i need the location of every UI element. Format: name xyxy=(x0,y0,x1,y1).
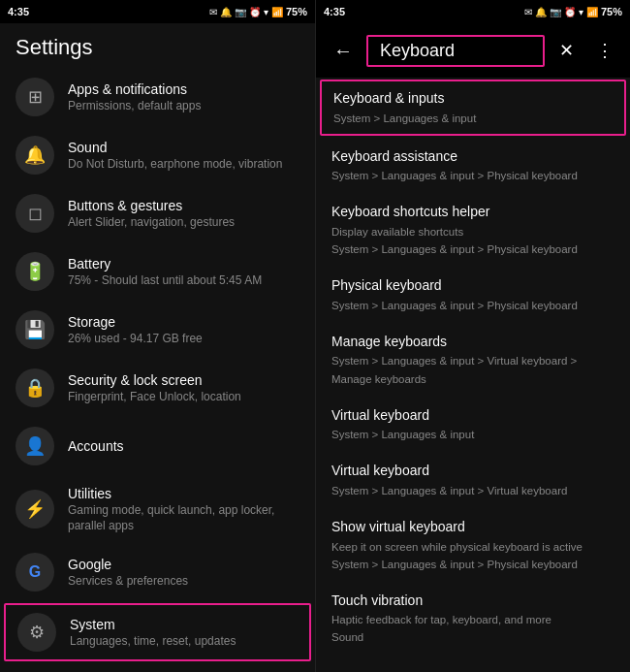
utilities-title: Utilities xyxy=(68,485,299,502)
buttons-title: Buttons & gestures xyxy=(68,197,299,214)
accounts-title: Accounts xyxy=(68,437,299,455)
manage-keyboards-subtitle1: System > Languages & input > Virtual key… xyxy=(331,353,614,368)
keyboard-inputs-title: Keyboard & inputs xyxy=(333,89,613,109)
manage-keyboards-title: Manage keyboards xyxy=(331,333,614,352)
system-icon: ⚙ xyxy=(17,613,56,652)
show-virtual-keyboard-title: Show virtual keyboard xyxy=(331,518,614,537)
touch-vibration-title: Touch vibration xyxy=(331,592,614,611)
virtual-keyboard-1-item[interactable]: Virtual keyboard System > Languages & in… xyxy=(316,397,630,453)
right-alarm-icon: ⏰ xyxy=(564,7,576,17)
battery-icon: 🔋 xyxy=(16,252,54,291)
virtual-keyboard-1-subtitle: System > Languages & input xyxy=(331,427,614,442)
apps-title: Apps & notifications xyxy=(68,80,299,98)
left-battery: 75% xyxy=(286,6,307,17)
apps-subtitle: Permissions, default apps xyxy=(68,99,299,114)
touch-vibration-item[interactable]: Touch vibration Haptic feedback for tap,… xyxy=(316,582,630,656)
utilities-icon: ⚡ xyxy=(16,490,54,528)
show-virtual-keyboard-item[interactable]: Show virtual keyboard Keep it on screen … xyxy=(316,508,630,582)
google-subtitle: Services & preferences xyxy=(68,574,299,590)
battery-subtitle: 75% - Should last until about 5:45 AM xyxy=(68,273,299,289)
settings-item-battery[interactable]: 🔋 Battery 75% - Should last until about … xyxy=(0,242,315,301)
right-status-time: 4:35 xyxy=(324,6,345,17)
system-subtitle: Languages, time, reset, updates xyxy=(70,634,298,650)
keyboard-header-title: Keyboard xyxy=(380,41,455,60)
settings-item-security[interactable]: 🔒 Security & lock screen Fingerprint, Fa… xyxy=(0,359,315,417)
keyboard-shortcuts-title: Keyboard shortcuts helper xyxy=(331,203,614,222)
system-title: System xyxy=(70,616,298,633)
sound-icon: 🔔 xyxy=(16,136,54,175)
wifi-icon: ▾ xyxy=(264,7,268,17)
right-notification-icons: ✉ 🔔 📷 xyxy=(524,7,561,17)
right-wifi-icon: ▾ xyxy=(579,7,583,17)
physical-keyboard-item[interactable]: Physical keyboard System > Languages & i… xyxy=(316,267,630,323)
keyboard-assistance-subtitle: System > Languages & input > Physical ke… xyxy=(331,168,614,183)
settings-item-google[interactable]: G Google Services & preferences xyxy=(0,543,315,601)
accounts-icon: 👤 xyxy=(16,427,54,465)
settings-item-utilities[interactable]: ⚡ Utilities Gaming mode, quick launch, a… xyxy=(0,475,315,543)
battery-text: Battery 75% - Should last until about 5:… xyxy=(68,255,299,289)
security-subtitle: Fingerprint, Face Unlock, location xyxy=(68,390,299,405)
notification-icons: ✉ 🔔 📷 xyxy=(209,7,246,17)
sound-subtitle: Do Not Disturb, earphone mode, vibration xyxy=(68,157,299,173)
keyboard-shortcuts-subtitle1: Display available shortcuts xyxy=(331,224,614,240)
left-panel: 4:35 ✉ 🔔 📷 ⏰ ▾ 📶 75% Settings ⊞ Apps & n… xyxy=(0,0,315,672)
keyboard-list: Keyboard & inputs System > Languages & i… xyxy=(316,78,630,672)
manage-keyboards-item[interactable]: Manage keyboards System > Languages & in… xyxy=(316,323,630,397)
settings-item-sound[interactable]: 🔔 Sound Do Not Disturb, earphone mode, v… xyxy=(0,126,315,184)
settings-item-system[interactable]: ⚙ System Languages, time, reset, updates xyxy=(4,603,311,661)
keyboard-inputs-item[interactable]: Keyboard & inputs System > Languages & i… xyxy=(320,80,626,136)
sound-text: Sound Do Not Disturb, earphone mode, vib… xyxy=(68,139,299,173)
settings-item-buttons[interactable]: ◻ Buttons & gestures Alert Slider, navig… xyxy=(0,184,315,242)
storage-title: Storage xyxy=(68,313,299,331)
google-icon: G xyxy=(16,553,54,592)
virtual-keyboard-2-item[interactable]: Virtual keyboard System > Languages & in… xyxy=(316,452,630,508)
virtual-keyboard-2-title: Virtual keyboard xyxy=(331,462,614,481)
manage-keyboards-subtitle2: Manage keyboards xyxy=(331,371,614,387)
right-status-bar: 4:35 ✉ 🔔 📷 ⏰ ▾ 📶 75% xyxy=(316,0,630,23)
settings-title: Settings xyxy=(16,35,93,59)
left-status-time: 4:35 xyxy=(8,6,29,17)
right-signal-icon: 📶 xyxy=(586,7,598,17)
security-title: Security & lock screen xyxy=(68,371,299,389)
keyboard-assistance-title: Keyboard assistance xyxy=(331,147,614,167)
utilities-subtitle: Gaming mode, quick launch, app locker, p… xyxy=(68,503,299,533)
touch-vibration-subtitle1: Haptic feedback for tap, keyboard, and m… xyxy=(331,612,614,627)
settings-item-about[interactable]: ℹ About phone ONEPLUS A6010 xyxy=(0,663,315,672)
keyboard-inputs-subtitle: System > Languages & input xyxy=(333,111,613,126)
apps-icon: ⊞ xyxy=(16,78,54,116)
more-button[interactable]: ⋮ xyxy=(587,33,622,68)
security-text: Security & lock screen Fingerprint, Face… xyxy=(68,371,299,405)
left-status-icons: ✉ 🔔 📷 ⏰ ▾ 📶 75% xyxy=(209,6,307,17)
system-text: System Languages, time, reset, updates xyxy=(70,616,298,650)
right-panel: 4:35 ✉ 🔔 📷 ⏰ ▾ 📶 75% ← Keyboard ✕ ⋮ Keyb… xyxy=(315,0,630,672)
alarm-icon: ⏰ xyxy=(249,7,261,17)
left-status-bar: 4:35 ✉ 🔔 📷 ⏰ ▾ 📶 75% xyxy=(0,0,315,23)
back-button[interactable]: ← xyxy=(324,31,362,70)
keyboard-shortcuts-item[interactable]: Keyboard shortcuts helper Display availa… xyxy=(316,193,630,267)
security-icon: 🔒 xyxy=(16,368,54,407)
battery-title: Battery xyxy=(68,255,299,272)
show-virtual-keyboard-subtitle2: System > Languages & input > Physical ke… xyxy=(331,557,614,572)
keyboard-shortcuts-subtitle2: System > Languages & input > Physical ke… xyxy=(331,241,614,257)
accounts-text: Accounts xyxy=(68,437,299,455)
settings-item-accounts[interactable]: 👤 Accounts xyxy=(0,417,315,475)
header-actions: ✕ ⋮ xyxy=(549,33,622,68)
settings-item-storage[interactable]: 💾 Storage 26% used - 94.17 GB free xyxy=(0,301,315,359)
utilities-text: Utilities Gaming mode, quick launch, app… xyxy=(68,485,299,533)
close-button[interactable]: ✕ xyxy=(549,33,583,68)
buttons-subtitle: Alert Slider, navigation, gestures xyxy=(68,215,299,231)
touch-vibration-subtitle2: Sound xyxy=(331,629,614,645)
sound-title: Sound xyxy=(68,139,299,156)
right-status-icons: ✉ 🔔 📷 ⏰ ▾ 📶 75% xyxy=(524,6,622,17)
apps-text: Apps & notifications Permissions, defaul… xyxy=(68,80,299,114)
keyboard-assistance-item[interactable]: Keyboard assistance System > Languages &… xyxy=(316,138,630,194)
settings-list: ⊞ Apps & notifications Permissions, defa… xyxy=(0,68,315,672)
settings-item-apps[interactable]: ⊞ Apps & notifications Permissions, defa… xyxy=(0,68,315,126)
storage-subtitle: 26% used - 94.17 GB free xyxy=(68,332,299,347)
physical-keyboard-subtitle: System > Languages & input > Physical ke… xyxy=(331,298,614,313)
left-header: Settings xyxy=(0,23,315,68)
show-virtual-keyboard-subtitle1: Keep it on screen while physical keyboar… xyxy=(331,539,614,555)
virtual-keyboard-1-title: Virtual keyboard xyxy=(331,406,614,426)
right-battery: 75% xyxy=(601,6,622,17)
buttons-text: Buttons & gestures Alert Slider, navigat… xyxy=(68,197,299,231)
